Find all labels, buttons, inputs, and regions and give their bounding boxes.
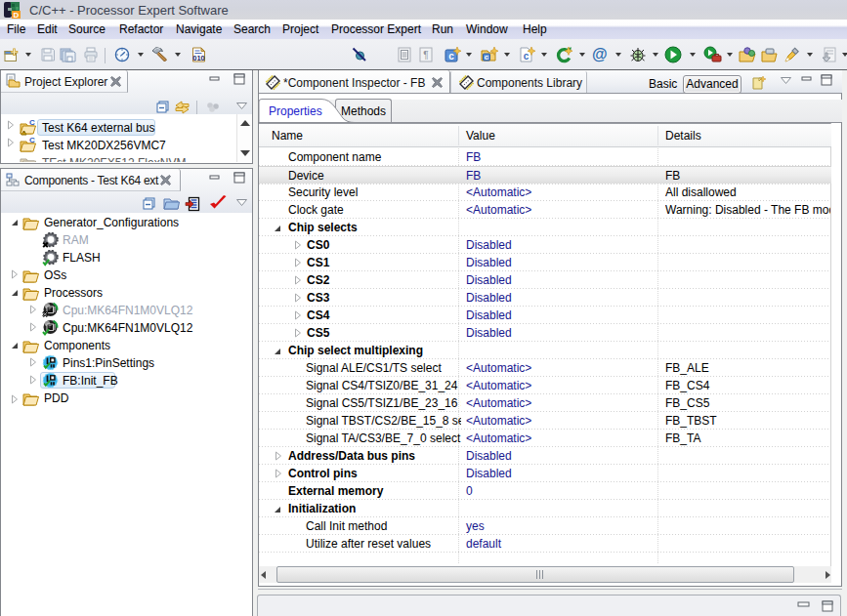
svg-text:D: D xyxy=(14,11,20,20)
svg-text:c: c xyxy=(448,51,454,62)
svg-text:C: C xyxy=(29,137,35,144)
svg-text:c: c xyxy=(524,51,529,62)
svg-text:010: 010 xyxy=(192,54,205,62)
svg-text:C: C xyxy=(29,119,35,127)
svg-text:¶: ¶ xyxy=(423,50,428,61)
svg-text:c: c xyxy=(485,53,489,62)
